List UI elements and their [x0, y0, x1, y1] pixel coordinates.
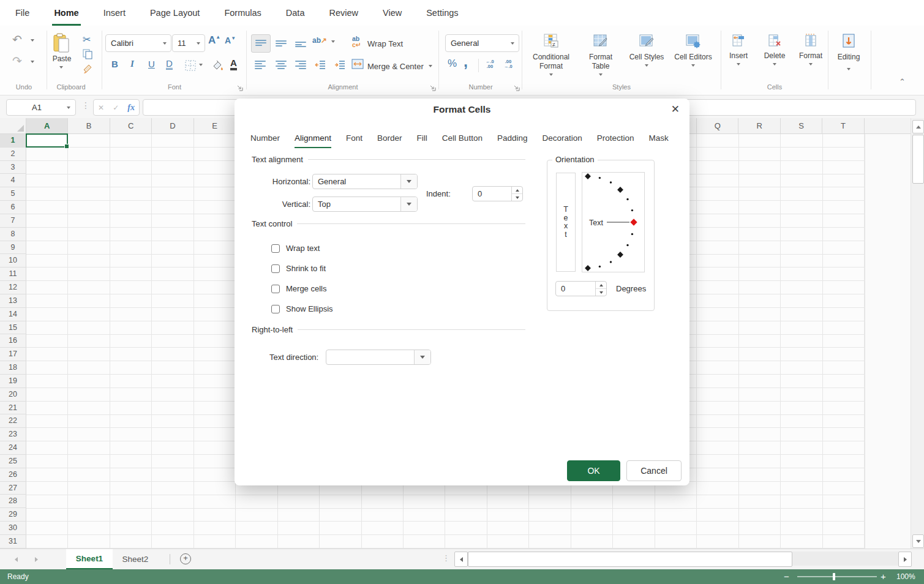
horizontal-select[interactable]: General: [312, 174, 418, 189]
fill-color-icon[interactable]: [212, 60, 223, 73]
cell-editors-button[interactable]: Cell Editors: [670, 33, 716, 67]
font-color-icon[interactable]: A: [230, 58, 237, 70]
decrease-indent-button[interactable]: [311, 56, 329, 73]
row-header-24[interactable]: 24: [0, 441, 26, 455]
scroll-left-button[interactable]: [454, 552, 468, 567]
bold-button[interactable]: B: [111, 59, 118, 69]
number-format-select[interactable]: General: [445, 34, 519, 52]
vertical-scroll-thumb[interactable]: [912, 135, 924, 184]
format-table-button[interactable]: Format Table: [577, 33, 624, 76]
row-header-30[interactable]: 30: [0, 522, 26, 535]
align-top-button[interactable]: [251, 34, 271, 53]
font-dialog-launcher-icon[interactable]: [236, 84, 243, 91]
dialog-tab-font[interactable]: Font: [346, 133, 362, 148]
merge-center-caret-icon[interactable]: [429, 65, 432, 67]
selected-cell-a1[interactable]: [26, 133, 68, 148]
row-header-28[interactable]: 28: [0, 495, 26, 508]
column-header-d[interactable]: D: [152, 118, 193, 134]
menu-item-review[interactable]: Review: [327, 8, 360, 26]
dialog-close-icon[interactable]: ✕: [671, 103, 680, 116]
select-all-corner[interactable]: [0, 118, 26, 134]
merge-center-icon[interactable]: [351, 59, 364, 71]
decrease-decimal-button[interactable]: .00→.0: [504, 59, 513, 69]
zoom-level[interactable]: 100%: [896, 572, 915, 581]
zoom-slider-thumb[interactable]: [833, 573, 835, 580]
row-header-9[interactable]: 9: [0, 241, 26, 255]
editing-button[interactable]: Editing: [830, 33, 867, 70]
column-header-r[interactable]: R: [738, 118, 780, 134]
percent-style-button[interactable]: %: [448, 58, 457, 70]
enter-entry-icon[interactable]: ✓: [113, 103, 119, 112]
row-header-12[interactable]: 12: [0, 281, 26, 294]
undo-dropdown-caret-icon[interactable]: [31, 39, 34, 42]
align-center-button[interactable]: [272, 56, 290, 73]
scroll-right-button[interactable]: [898, 552, 912, 567]
insert-cells-button[interactable]: Insert: [723, 33, 754, 66]
row-header-22[interactable]: 22: [0, 414, 26, 428]
column-header-c[interactable]: C: [110, 118, 152, 134]
dialog-tab-fill[interactable]: Fill: [417, 133, 427, 148]
delete-cells-button[interactable]: Delete: [759, 33, 790, 66]
paste-dropdown-caret-icon[interactable]: [59, 66, 63, 69]
formula-bar-splitter[interactable]: ⋮: [81, 100, 90, 110]
row-header-14[interactable]: 14: [0, 308, 26, 321]
row-header-31[interactable]: 31: [0, 535, 26, 548]
paste-button[interactable]: [53, 33, 70, 55]
checkbox-wrap-text[interactable]: [271, 244, 280, 253]
row-header-1[interactable]: 1: [0, 134, 26, 148]
prev-sheet-icon[interactable]: [15, 557, 18, 562]
dialog-tab-mask[interactable]: Mask: [649, 133, 669, 148]
row-header-21[interactable]: 21: [0, 402, 26, 415]
format-painter-icon[interactable]: [83, 64, 93, 76]
menu-item-page-layout[interactable]: Page Layout: [148, 8, 201, 26]
menu-item-settings[interactable]: Settings: [424, 8, 460, 26]
row-header-11[interactable]: 11: [0, 268, 26, 281]
dialog-tab-alignment[interactable]: Alignment: [295, 133, 331, 148]
row-header-19[interactable]: 19: [0, 375, 26, 388]
dialog-tab-border[interactable]: Border: [377, 133, 402, 148]
checkbox-shrink-to-fit[interactable]: [271, 264, 280, 273]
row-header-2[interactable]: 2: [0, 148, 26, 161]
degrees-up-icon[interactable]: [596, 282, 606, 289]
align-left-button[interactable]: [251, 56, 269, 73]
row-header-6[interactable]: 6: [0, 201, 26, 214]
borders-caret-icon[interactable]: [199, 64, 203, 66]
font-family-select[interactable]: Calibri: [105, 34, 171, 52]
column-header-b[interactable]: B: [68, 118, 110, 134]
row-header-7[interactable]: 7: [0, 214, 26, 228]
menu-item-formulas[interactable]: Formulas: [222, 8, 263, 26]
name-box[interactable]: A1: [6, 99, 76, 116]
number-dialog-launcher-icon[interactable]: [513, 84, 520, 91]
degrees-down-icon[interactable]: [596, 289, 606, 296]
dialog-tab-protection[interactable]: Protection: [597, 133, 634, 148]
checkbox-row-wrap-text[interactable]: Wrap text: [271, 244, 320, 253]
vertical-select[interactable]: Top: [312, 197, 418, 212]
font-size-select[interactable]: 11: [172, 34, 205, 52]
fill-handle[interactable]: [64, 144, 69, 149]
dialog-tab-cell-button[interactable]: Cell Button: [442, 133, 483, 148]
row-header-15[interactable]: 15: [0, 321, 26, 335]
double-underline-button[interactable]: D: [166, 59, 173, 70]
scroll-up-button[interactable]: [912, 120, 924, 133]
column-header-e[interactable]: E: [194, 118, 236, 134]
increase-indent-button[interactable]: [331, 56, 349, 73]
format-cells-button[interactable]: Format: [795, 33, 826, 66]
copy-icon[interactable]: [83, 49, 92, 61]
align-right-button[interactable]: [291, 56, 310, 73]
checkbox-row-shrink-to-fit[interactable]: Shrink to fit: [271, 264, 326, 273]
horizontal-scroll-thumb[interactable]: [468, 552, 792, 567]
paste-label[interactable]: Paste: [49, 54, 75, 63]
row-header-25[interactable]: 25: [0, 455, 26, 468]
row-header-18[interactable]: 18: [0, 361, 26, 375]
row-header-10[interactable]: 10: [0, 254, 26, 268]
sheet-tab-sheet1[interactable]: Sheet1: [66, 549, 113, 569]
shrink-font-button[interactable]: A▼: [225, 36, 236, 45]
menu-item-file[interactable]: File: [13, 8, 31, 26]
scroll-down-button[interactable]: [912, 534, 924, 548]
orientation-dial[interactable]: Text: [582, 172, 645, 272]
comma-style-button[interactable]: ,: [464, 53, 468, 70]
redo-dropdown-caret-icon[interactable]: [31, 61, 34, 63]
tab-scroll-splitter[interactable]: ⋮: [442, 553, 450, 563]
menu-item-home[interactable]: Home: [52, 8, 80, 26]
next-sheet-icon[interactable]: [35, 557, 38, 562]
